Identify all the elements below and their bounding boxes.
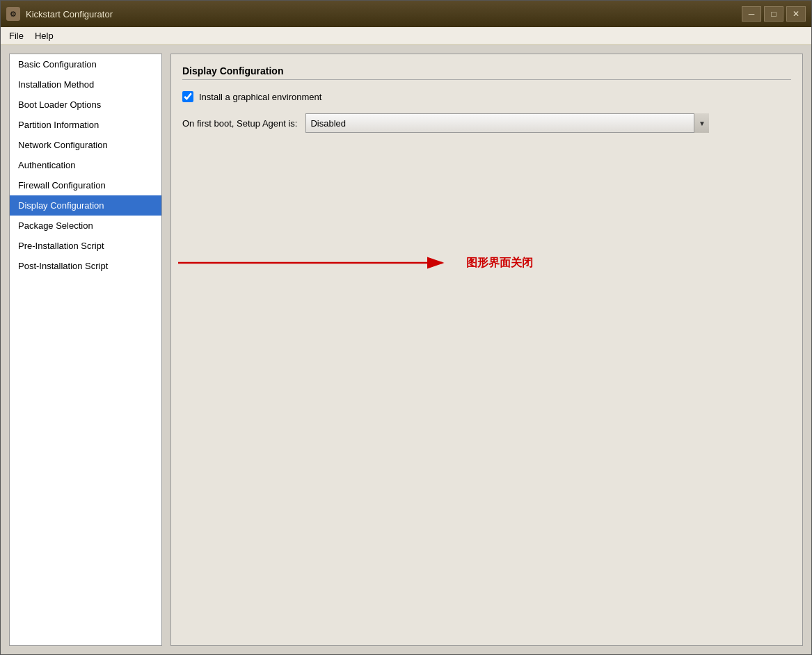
menu-file[interactable]: File bbox=[3, 29, 29, 42]
minimize-button[interactable]: ─ bbox=[742, 6, 761, 22]
setup-agent-select[interactable]: Disabled Enabled Enabled (reconfigure) bbox=[305, 113, 709, 133]
close-button[interactable]: ✕ bbox=[786, 6, 806, 22]
sidebar-item-partition-information[interactable]: Partition Information bbox=[10, 115, 161, 135]
setup-agent-label: On first boot, Setup Agent is: bbox=[182, 118, 297, 129]
title-bar-left: ⚙ Kickstart Configurator bbox=[6, 7, 113, 21]
content-panel: Display Configuration Install a graphica… bbox=[170, 54, 803, 646]
setup-agent-row: On first boot, Setup Agent is: Disabled … bbox=[182, 113, 791, 133]
sidebar-item-display-configuration[interactable]: Display Configuration bbox=[10, 195, 161, 216]
window-title: Kickstart Configurator bbox=[26, 9, 113, 19]
sidebar-item-post-installation-script[interactable]: Post-Installation Script bbox=[10, 256, 161, 276]
sidebar-item-pre-installation-script[interactable]: Pre-Installation Script bbox=[10, 236, 161, 256]
sidebar-item-package-selection[interactable]: Package Selection bbox=[10, 216, 161, 236]
annotation-arrow-svg bbox=[171, 249, 463, 277]
sidebar-item-installation-method[interactable]: Installation Method bbox=[10, 74, 161, 95]
window-controls: ─ □ ✕ bbox=[742, 6, 806, 22]
menu-bar: File Help bbox=[1, 27, 811, 45]
title-bar: ⚙ Kickstart Configurator ─ □ ✕ bbox=[1, 1, 811, 27]
sidebar-item-boot-loader-options[interactable]: Boot Loader Options bbox=[10, 95, 161, 115]
annotation-group: 图形界面关闭 bbox=[171, 249, 533, 277]
setup-agent-select-wrapper: Disabled Enabled Enabled (reconfigure) ▼ bbox=[305, 113, 709, 133]
annotation-text: 图形界面关闭 bbox=[466, 256, 533, 270]
sidebar: Basic Configuration Installation Method … bbox=[9, 54, 162, 646]
sidebar-item-network-configuration[interactable]: Network Configuration bbox=[10, 135, 161, 155]
install-graphical-label: Install a graphical environment bbox=[199, 92, 321, 102]
panel-title: Display Configuration bbox=[182, 65, 791, 80]
sidebar-item-basic-configuration[interactable]: Basic Configuration bbox=[10, 54, 161, 74]
sidebar-item-authentication[interactable]: Authentication bbox=[10, 155, 161, 175]
app-icon: ⚙ bbox=[6, 7, 20, 21]
maximize-button[interactable]: □ bbox=[764, 6, 783, 22]
sidebar-item-firewall-configuration[interactable]: Firewall Configuration bbox=[10, 175, 161, 195]
menu-help[interactable]: Help bbox=[29, 29, 59, 42]
install-graphical-row: Install a graphical environment bbox=[182, 91, 791, 102]
main-window: ⚙ Kickstart Configurator ─ □ ✕ File Help… bbox=[0, 0, 812, 655]
main-content: Basic Configuration Installation Method … bbox=[1, 45, 811, 654]
install-graphical-checkbox[interactable] bbox=[182, 91, 193, 102]
